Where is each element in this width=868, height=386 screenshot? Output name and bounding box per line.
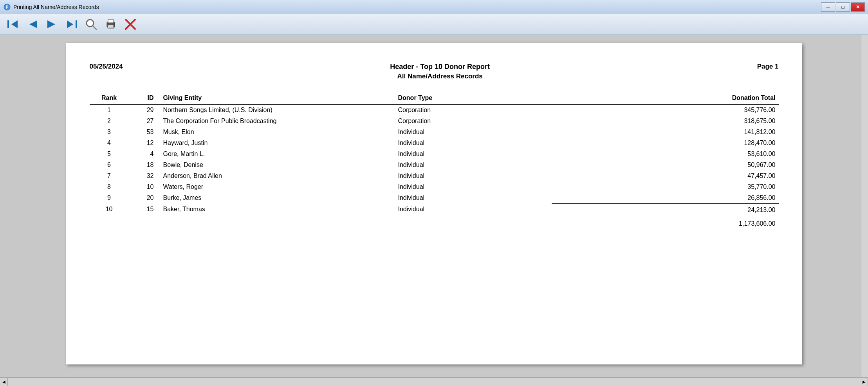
donor-table: Rank ID Giving Entity Donor Type Donatio… — [90, 92, 779, 229]
cell-id: 53 — [129, 127, 160, 138]
cell-total: 24,213.00 — [552, 204, 779, 216]
cell-total: 50,967.00 — [552, 159, 779, 170]
svg-text:P: P — [6, 5, 9, 9]
print-button[interactable] — [103, 16, 119, 33]
cell-rank: 8 — [90, 181, 129, 192]
horizontal-scrollbar[interactable]: ◀ ▶ — [0, 377, 868, 386]
cell-rank: 4 — [90, 138, 129, 149]
col-header-id: ID — [129, 92, 160, 104]
svg-marker-5 — [47, 20, 55, 28]
cell-id: 29 — [129, 104, 160, 116]
cell-entity: Waters, Roger — [160, 181, 395, 192]
title-bar: P Printing All Name/Address Records ─ □ … — [0, 0, 868, 14]
table-row: 129Northern Songs Limited, (U.S. Divisio… — [90, 104, 779, 116]
cell-total: 53,610.00 — [552, 149, 779, 159]
cell-total: 128,470.00 — [552, 138, 779, 149]
report-page: 05/25/2024 Header - Top 10 Donor Report … — [66, 43, 802, 364]
report-title-sub: All Name/Address Records — [123, 72, 757, 80]
window-close-button[interactable]: ✕ — [851, 2, 865, 12]
cell-donor-type: Corporation — [395, 116, 552, 127]
grand-total-empty-4 — [395, 216, 552, 229]
maximize-button[interactable]: □ — [836, 2, 850, 12]
scroll-right-arrow[interactable]: ▶ — [860, 378, 868, 386]
table-row: 353Musk, ElonIndividual141,812.00 — [90, 127, 779, 138]
cell-entity: Northern Songs Limited, (U.S. Division) — [160, 104, 395, 116]
report-date: 05/25/2024 — [90, 63, 123, 71]
cell-total: 35,770.00 — [552, 181, 779, 192]
cell-entity: Baker, Thomas — [160, 204, 395, 216]
cell-entity: Burke, James — [160, 192, 395, 204]
cell-donor-type: Individual — [395, 159, 552, 170]
scroll-left-arrow[interactable]: ◀ — [0, 378, 8, 386]
cell-rank: 1 — [90, 104, 129, 116]
table-row: 920Burke, JamesIndividual26,856.00 — [90, 192, 779, 204]
col-header-entity: Giving Entity — [160, 92, 395, 104]
window-controls: ─ □ ✕ — [821, 2, 865, 12]
first-button[interactable] — [5, 16, 21, 33]
cell-id: 15 — [129, 204, 160, 216]
grand-total-value: 1,173,606.00 — [552, 216, 779, 229]
cell-rank: 3 — [90, 127, 129, 138]
minimize-button[interactable]: ─ — [821, 2, 835, 12]
cell-rank: 9 — [90, 192, 129, 204]
cell-entity: Musk, Elon — [160, 127, 395, 138]
cell-donor-type: Individual — [395, 181, 552, 192]
last-button[interactable] — [63, 16, 80, 33]
cell-donor-type: Individual — [395, 170, 552, 181]
scroll-track[interactable] — [8, 378, 860, 386]
cell-total: 26,856.00 — [552, 192, 779, 204]
cell-rank: 5 — [90, 149, 129, 159]
back-button[interactable] — [24, 16, 41, 33]
cell-entity: The Corporation For Public Broadcasting — [160, 116, 395, 127]
table-row: 227The Corporation For Public Broadcasti… — [90, 116, 779, 127]
cell-donor-type: Corporation — [395, 104, 552, 116]
table-row: 810Waters, RogerIndividual35,770.00 — [90, 181, 779, 192]
svg-rect-13 — [108, 25, 114, 28]
cell-donor-type: Individual — [395, 127, 552, 138]
report-header: 05/25/2024 Header - Top 10 Donor Report … — [90, 63, 779, 80]
search-button[interactable] — [83, 16, 99, 33]
grand-total-empty-1 — [90, 216, 129, 229]
table-row: 618Bowie, DeniseIndividual50,967.00 — [90, 159, 779, 170]
svg-line-10 — [93, 26, 96, 29]
svg-marker-7 — [67, 20, 73, 28]
cell-total: 345,776.00 — [552, 104, 779, 116]
cell-entity: Bowie, Denise — [160, 159, 395, 170]
table-row: 732Anderson, Brad AllenIndividual47,457.… — [90, 170, 779, 181]
cell-entity: Gore, Martin L. — [160, 149, 395, 159]
cell-donor-type: Individual — [395, 138, 552, 149]
cell-total: 47,457.00 — [552, 170, 779, 181]
svg-rect-14 — [109, 26, 113, 27]
cell-id: 12 — [129, 138, 160, 149]
cell-rank: 6 — [90, 159, 129, 170]
cell-donor-type: Individual — [395, 149, 552, 159]
cell-id: 27 — [129, 116, 160, 127]
close-report-button[interactable] — [122, 16, 139, 33]
cell-id: 18 — [129, 159, 160, 170]
cell-total: 318,675.00 — [552, 116, 779, 127]
cell-id: 4 — [129, 149, 160, 159]
table-header-row: Rank ID Giving Entity Donor Type Donatio… — [90, 92, 779, 104]
grand-total-empty-2 — [129, 216, 160, 229]
main-content-area: 05/25/2024 Header - Top 10 Donor Report … — [0, 35, 868, 377]
col-header-total: Donation Total — [552, 92, 779, 104]
table-row: 54Gore, Martin L.Individual53,610.00 — [90, 149, 779, 159]
svg-rect-12 — [108, 20, 114, 23]
cell-id: 10 — [129, 181, 160, 192]
cell-entity: Anderson, Brad Allen — [160, 170, 395, 181]
cell-donor-type: Individual — [395, 204, 552, 216]
report-page-number: Page 1 — [757, 63, 779, 71]
app-icon: P — [3, 3, 11, 11]
vertical-scrollbar[interactable] — [861, 35, 868, 377]
report-title-main: Header - Top 10 Donor Report — [123, 63, 757, 71]
grand-total-empty-3 — [160, 216, 395, 229]
col-header-donor-type: Donor Type — [395, 92, 552, 104]
forward-button[interactable] — [44, 16, 60, 33]
cell-donor-type: Individual — [395, 192, 552, 204]
col-header-rank: Rank — [90, 92, 129, 104]
cell-rank: 7 — [90, 170, 129, 181]
table-row: 1015Baker, ThomasIndividual24,213.00 — [90, 204, 779, 216]
cell-rank: 10 — [90, 204, 129, 216]
cell-rank: 2 — [90, 116, 129, 127]
svg-marker-3 — [11, 20, 18, 28]
